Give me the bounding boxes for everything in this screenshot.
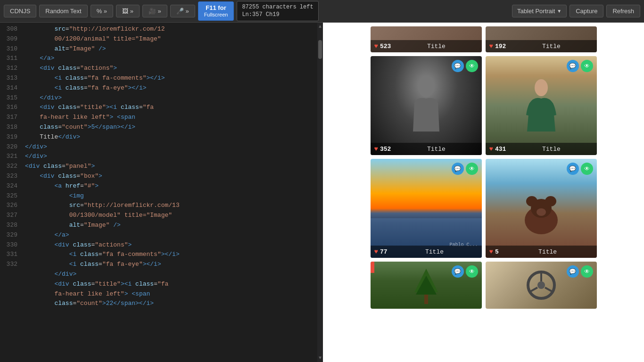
char-count-display: 87255 characters left Ln:357 Ch19	[237, 1, 318, 21]
code-line: Title</div>	[25, 132, 314, 142]
code-line: <i class="fa fa-comments"></i>	[25, 74, 314, 83]
code-line: class="count">5</span></i>	[25, 123, 314, 132]
card-5-heart: ♥	[374, 248, 378, 255]
card-6-title: Title	[503, 248, 593, 255]
card-6-heart: ♥	[489, 248, 493, 255]
fullscreen-button[interactable]: F11 for Fullscreen	[198, 1, 234, 21]
code-line: alt="Image" />	[25, 221, 314, 230]
card-7-eye-icon[interactable]: 👁	[466, 265, 478, 278]
card-8-top-icons: 💬 👁	[567, 265, 593, 278]
code-line: </div>	[25, 270, 314, 280]
card-7[interactable]: 💬 👁	[371, 262, 482, 309]
fullscreen-line1: F11 for	[206, 4, 226, 12]
code-line: <img	[25, 191, 314, 201]
card-6[interactable]: 💬 👁 ♥ 5 Title	[486, 159, 597, 258]
card-6-eye-icon[interactable]: 👁	[581, 163, 593, 175]
card-2-title: Title	[510, 43, 593, 50]
card-4-count: 431	[495, 146, 506, 153]
card-3-eye-icon[interactable]: 👁	[466, 60, 478, 72]
code-line: <a href="#">	[25, 181, 314, 191]
code-line: fa-heart like left"> <span	[25, 113, 314, 123]
code-line: </a>	[25, 230, 314, 240]
code-line: src="http://loremflickr.com/12	[25, 25, 314, 34]
code-content[interactable]: src="http://loremflickr.com/12 00/1200/a…	[21, 23, 317, 362]
code-line: <div class="panel">	[25, 162, 314, 172]
card-6-count: 5	[495, 248, 499, 255]
svg-point-5	[545, 196, 556, 206]
card-4-eye-icon[interactable]: 👁	[581, 60, 593, 72]
card-8[interactable]: 💬 👁	[486, 262, 597, 309]
code-line: <div class="actions">	[25, 64, 314, 74]
tablet-portrait-button[interactable]: Tablet Portrait ▼	[512, 5, 567, 17]
fullscreen-line2: Fullscreen	[204, 12, 228, 18]
card-4-top-icons: 💬 👁	[567, 60, 593, 72]
tablet-portrait-label: Tablet Portrait	[517, 8, 555, 15]
preview-content: ♥ 523 Title ♥ 192 Title	[323, 23, 644, 362]
capture-button[interactable]: Capture	[570, 5, 603, 17]
mic-button[interactable]: 🎤 »	[170, 5, 195, 17]
card-6-chat-icon[interactable]: 💬	[567, 163, 579, 175]
card-5-title: Title	[391, 248, 478, 255]
card-7-top-icons: 💬 👁	[452, 265, 478, 278]
card-3-heart: ♥	[374, 145, 378, 153]
code-line: <i class="fa fa-eye"></i>	[25, 260, 314, 270]
scroll-thumb[interactable]	[318, 40, 322, 59]
code-line: 00/1200/animal" title="Image"	[25, 34, 314, 44]
card-4-chat-icon[interactable]: 💬	[567, 60, 579, 72]
card-4[interactable]: 💬 👁 ♥ 431 Title	[486, 56, 597, 155]
card-1-count: 523	[380, 43, 391, 50]
svg-point-1	[535, 79, 548, 96]
card-4-title: Title	[510, 146, 593, 153]
random-text-button[interactable]: Random Text	[39, 5, 87, 17]
card-1-title: Title	[395, 43, 478, 50]
code-line: <i class="fa fa-comments"></i>	[25, 250, 314, 260]
card-2-bar: ♥ 192 Title	[486, 40, 597, 52]
card-3-bar: ♥ 352 Title	[371, 143, 482, 155]
code-line: src="http://loremflickr.com/13	[25, 201, 314, 211]
code-line: <div class="title"><i class="fa	[25, 280, 314, 289]
cdnjs-button[interactable]: CDNJS	[4, 5, 36, 17]
code-line: class="count">22</span></i>	[25, 299, 314, 309]
card-8-chat-icon[interactable]: 💬	[567, 265, 579, 278]
card-7-chat-icon[interactable]: 💬	[452, 265, 464, 278]
card-2-heart: ♥	[489, 42, 493, 50]
card-5-top-icons: 💬 👁	[452, 163, 478, 175]
tablet-portrait-arrow: ▼	[557, 8, 561, 14]
scroll-up[interactable]: ▲	[317, 23, 323, 31]
cursor-pos: Ln:357 Ch19	[242, 11, 313, 19]
code-line: <i class="fa fa-eye"></i>	[25, 83, 314, 93]
card-5-bar: ♥ 77 Title	[371, 246, 482, 258]
cards-grid: ♥ 523 Title ♥ 192 Title	[371, 26, 597, 309]
card-2-count: 192	[495, 43, 506, 50]
symbols-button[interactable]: % »	[91, 5, 113, 17]
card-5-chat-icon[interactable]: 💬	[452, 163, 464, 175]
card-1[interactable]: ♥ 523 Title	[371, 26, 482, 52]
card-5[interactable]: 💬 👁 Pablo C... ♥ 77 Title	[371, 159, 482, 258]
svg-point-11	[537, 281, 545, 289]
code-line: <div class="box">	[25, 172, 314, 181]
card-3-chat-icon[interactable]: 💬	[452, 60, 464, 72]
svg-point-4	[526, 196, 537, 206]
image-button[interactable]: 🖼 »	[116, 5, 140, 17]
card-2[interactable]: ♥ 192 Title	[486, 26, 597, 52]
code-editor[interactable]: 308 309 310 311 312 313 314 315 316 317 …	[0, 23, 323, 362]
card-6-bar: ♥ 5 Title	[486, 246, 597, 258]
card-3-title: Title	[395, 146, 478, 153]
card-3[interactable]: 💬 👁 ♥ 352 Title	[371, 56, 482, 155]
card-5-eye-icon[interactable]: 👁	[466, 163, 478, 175]
video-button[interactable]: 🎥 »	[142, 5, 167, 17]
chars-left: 87255 characters left	[242, 4, 313, 11]
scroll-down[interactable]: ▼	[317, 354, 323, 362]
code-line: alt="Image" />	[25, 44, 314, 54]
code-line: <div class="actions">	[25, 240, 314, 250]
card-8-eye-icon[interactable]: 👁	[581, 265, 593, 278]
card-6-top-icons: 💬 👁	[567, 163, 593, 175]
code-line: 00/1300/model" title="Image"	[25, 211, 314, 221]
line-numbers: 308 309 310 311 312 313 314 315 316 317 …	[0, 23, 21, 362]
code-line: </a>	[25, 54, 314, 64]
code-line: fa-heart like left"> <span	[25, 289, 314, 299]
card-4-bar: ♥ 431 Title	[486, 143, 597, 155]
code-scrollbar[interactable]: ▲ ▼	[317, 23, 323, 362]
toolbar: CDNJS Random Text % » 🖼 » 🎥 » 🎤 » F11 fo…	[0, 0, 644, 23]
refresh-button[interactable]: Refresh	[606, 5, 640, 17]
